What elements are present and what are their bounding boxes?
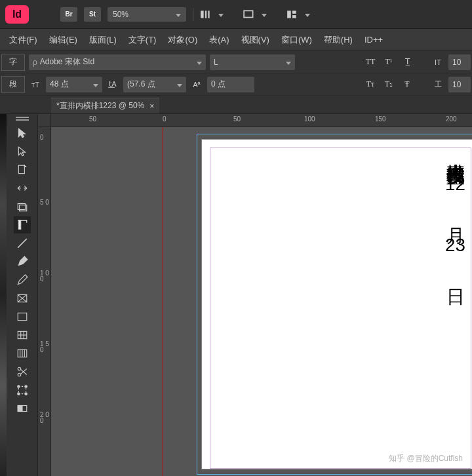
line-tool[interactable] [14, 235, 31, 252]
vertical-scale-icon: IT [431, 58, 444, 66]
pencil-tool[interactable] [14, 271, 31, 288]
svg-line-11 [18, 239, 27, 248]
free-transform-tool[interactable] [14, 382, 31, 399]
vertical-scale-field[interactable]: 10 [448, 54, 471, 70]
horizontal-ruler[interactable]: 50 0 50 100 150 200 [51, 114, 472, 127]
menu-view[interactable]: 视图(V) [236, 31, 275, 49]
chevron-down-icon[interactable] [262, 10, 267, 19]
chevron-down-icon[interactable] [218, 10, 224, 19]
paragraph-tab[interactable]: 段 [1, 76, 25, 93]
chevron-down-icon [93, 80, 98, 89]
svg-point-25 [18, 373, 21, 376]
menu-help[interactable]: 帮助(H) [319, 31, 358, 49]
rectangle-frame-tool[interactable] [14, 290, 31, 307]
svg-rect-7 [18, 165, 24, 173]
leading-dropdown[interactable]: (57.6 点 [123, 77, 186, 92]
svg-line-27 [20, 369, 26, 374]
svg-point-30 [24, 386, 26, 387]
spine-guide [163, 127, 163, 476]
character-tab[interactable]: 字 [1, 54, 25, 71]
titlebar: Id Br St 50% [0, 0, 472, 29]
vertical-text-frame[interactable]: 直排内横排设置 12 月 23 日 [444, 149, 465, 275]
search-icon: ρ [33, 58, 37, 67]
scissors-tool[interactable] [14, 363, 31, 380]
svg-rect-28 [18, 386, 26, 393]
page-tool[interactable] [14, 161, 31, 178]
svg-point-31 [17, 393, 19, 395]
font-family-value: Adobe 宋体 Std [40, 56, 94, 68]
gradient-swatch-tool[interactable] [14, 400, 31, 417]
subscript-icon[interactable]: T₁ [382, 79, 396, 90]
svg-point-24 [18, 367, 21, 370]
document-tab[interactable]: *直排内横排1223 @ 50% × [51, 98, 159, 113]
screen-mode-icon[interactable] [243, 9, 255, 20]
strikethrough-icon[interactable]: Ŧ [400, 79, 414, 90]
view-options-icon[interactable] [200, 9, 212, 20]
zoom-value: 50% [113, 10, 128, 19]
underline-icon[interactable]: T̲ [400, 56, 414, 68]
menu-object[interactable]: 对象(O) [163, 31, 203, 49]
stock-button[interactable]: St [84, 7, 101, 22]
svg-rect-1 [205, 10, 206, 18]
leading-icon: t͟A [106, 80, 119, 89]
baseline-shift-icon: Aª [190, 81, 203, 89]
chevron-down-icon [197, 58, 202, 67]
svg-rect-4 [287, 10, 291, 18]
svg-rect-15 [18, 313, 27, 320]
selection-tool[interactable] [14, 125, 31, 142]
canvas[interactable]: 50 0 50 100 150 200 0 5 0 1 0 0 1 5 0 2 … [38, 114, 472, 476]
document-tab-label: *直排内横排1223 @ 50% [56, 100, 144, 111]
menu-window[interactable]: 窗口(W) [276, 31, 317, 49]
small-caps-icon[interactable]: Tт [363, 79, 378, 90]
close-icon[interactable]: × [149, 102, 154, 111]
gap-tool[interactable] [14, 180, 31, 197]
vertical-ruler[interactable]: 0 5 0 1 0 0 1 5 0 2 0 0 [38, 127, 51, 476]
menu-layout[interactable]: 版面(L) [84, 31, 122, 49]
svg-line-26 [20, 370, 26, 375]
ruler-origin[interactable] [38, 114, 51, 127]
arrange-icon[interactable] [286, 9, 298, 20]
svg-point-32 [24, 393, 26, 395]
chevron-down-icon [286, 58, 291, 67]
menu-table[interactable]: 表(A) [204, 31, 234, 49]
panel-strip [0, 114, 7, 476]
svg-rect-3 [244, 10, 253, 17]
page[interactable]: 直排内横排设置 12 月 23 日 [201, 139, 472, 469]
svg-rect-34 [18, 406, 22, 412]
control-bar-character: 字 ρ Adobe 宋体 Std L TT T¹ T̲ IT 10 [0, 51, 472, 73]
type-tool[interactable] [14, 216, 31, 233]
content-collector-tool[interactable] [14, 198, 31, 215]
menu-type[interactable]: 文字(T) [123, 31, 162, 49]
menu-file[interactable]: 文件(F) [4, 31, 43, 49]
document-tab-bar: *直排内横排1223 @ 50% × [0, 96, 472, 114]
separator [193, 8, 193, 21]
chevron-down-icon [177, 80, 182, 89]
bridge-button[interactable]: Br [60, 7, 77, 22]
pen-tool[interactable] [14, 253, 31, 270]
menu-idplus[interactable]: ID++ [359, 32, 388, 47]
horizontal-scale-field[interactable]: 10 [448, 77, 471, 92]
drag-handle-icon[interactable] [16, 117, 29, 121]
font-style-dropdown[interactable]: L [210, 54, 295, 70]
workarea: 50 0 50 100 150 200 0 5 0 1 0 0 1 5 0 2 … [0, 114, 472, 476]
font-family-dropdown[interactable]: ρ Adobe 宋体 Std [29, 54, 206, 70]
font-size-dropdown[interactable]: 48 点 [46, 77, 102, 92]
pasteboard[interactable]: 直排内横排设置 12 月 23 日 [51, 127, 472, 476]
zoom-dropdown[interactable]: 50% [108, 7, 186, 22]
chevron-down-icon[interactable] [305, 10, 310, 19]
superscript-icon[interactable]: T¹ [382, 56, 396, 68]
svg-rect-5 [292, 10, 296, 14]
svg-rect-0 [201, 10, 204, 18]
font-style-value: L [214, 58, 218, 67]
font-size-icon: тT [29, 81, 42, 89]
grid-tool[interactable] [14, 327, 31, 344]
control-bar-paragraph: 段 тT 48 点 t͟A (57.6 点 Aª 0 点 Tт T₁ Ŧ 工 1… [0, 73, 472, 96]
all-caps-icon[interactable]: TT [363, 56, 378, 68]
rectangle-tool[interactable] [14, 308, 31, 325]
measure-tool[interactable] [14, 345, 31, 362]
direct-selection-tool[interactable] [14, 143, 31, 160]
menu-edit[interactable]: 编辑(E) [44, 31, 83, 49]
baseline-shift-field[interactable]: 0 点 [207, 77, 254, 92]
svg-rect-10 [18, 220, 20, 229]
toolbox [7, 114, 38, 476]
